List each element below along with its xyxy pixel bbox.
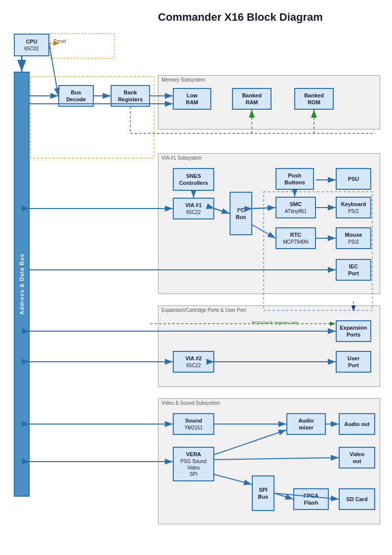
expansion-ports-block: ExpansionPorts: [336, 320, 371, 342]
rtc-block: RTC MCP7940N: [275, 227, 316, 249]
audio-mixer-block: Audiomixer: [286, 413, 326, 435]
bank-registers-label: BankRegisters: [118, 89, 143, 103]
audio-mixer-label: Audiomixer: [298, 417, 314, 431]
cpu-label: CPU: [26, 38, 37, 45]
keyboard-block: Keyboard PS/2: [336, 197, 371, 218]
banked-ram-block: BankedRAM: [232, 88, 272, 110]
banked-ram-label: BankedRAM: [242, 92, 262, 106]
push-buttons-block: PushButtons: [275, 168, 314, 190]
expansion-subsystem-label: Expansion/Cartridge Ports & User Port: [161, 307, 246, 313]
low-ram-block: LowRAM: [173, 88, 211, 110]
audio-out-block: Audio out: [339, 413, 375, 435]
via2-label: VIA #2: [185, 355, 201, 362]
via1-sub: 65C22: [186, 209, 200, 215]
video-out-label: Videoout: [350, 451, 364, 465]
expansion-ports-label: ExpansionPorts: [340, 324, 367, 339]
keyboard-label: Keyboard: [341, 201, 366, 208]
bus-label: Address & Data Bus: [19, 254, 25, 315]
memory-subsystem-label: Memory Subsystem: [161, 77, 205, 83]
video-sound-subsystem-label: Video & Sound Subsystem: [161, 400, 220, 406]
sound-label: Sound: [185, 417, 202, 424]
ic-bus-label: I²CBus: [236, 207, 246, 221]
via1-label: VIA #1: [185, 202, 201, 209]
vera-sub: PSG SoundVideoSPI: [181, 458, 207, 477]
iec-port-label: IECPort: [348, 263, 359, 277]
fpga-flash-block: FPGAFlash: [293, 488, 329, 510]
audio-out-label: Audio out: [344, 421, 369, 427]
banked-rom-block: BankedROM: [294, 88, 334, 110]
mouse-block: Mouse PS/2: [336, 227, 371, 249]
psu-block: PSU: [336, 168, 371, 190]
snes-controllers-block: SNESControllers: [173, 168, 214, 191]
user-port-label: UserPort: [348, 355, 359, 369]
spi-bus-label: SPIBus: [258, 486, 269, 501]
push-buttons-label: PushButtons: [284, 172, 305, 186]
svg-rect-8: [50, 34, 115, 58]
sd-card-block: SD Card: [339, 488, 375, 510]
mouse-sub: PS/2: [348, 239, 359, 245]
sd-card-label: SD Card: [346, 496, 367, 503]
low-ram-label: LowRAM: [186, 92, 198, 106]
smc-block: SMC ATtiny861: [275, 197, 316, 218]
svg-line-9: [49, 45, 58, 96]
expansion-subsystem: Expansion/Cartridge Ports & User Port: [158, 305, 380, 387]
sound-block: Sound YM2151: [173, 413, 214, 435]
bus-decode-label: BusDecode: [66, 89, 86, 103]
via2-sub: 65C22: [186, 362, 200, 369]
fpga-flash-label: FPGAFlash: [304, 492, 319, 507]
vera-label: VERA: [186, 451, 201, 458]
user-port-block: UserPort: [336, 351, 371, 373]
bank-registers-block: BankRegisters: [111, 85, 150, 107]
page-title: Commander X16 Block Diagram: [99, 11, 382, 24]
address-data-bus: Address & Data Bus: [14, 72, 30, 497]
rtc-sub: MCP7940N: [283, 239, 309, 245]
reset-label: Reset: [53, 39, 66, 44]
via1-block: VIA #1 65C22: [173, 198, 214, 219]
ic-bus-block: I²CBus: [230, 192, 252, 235]
rom-bank-note: ROM bank register only: [252, 320, 299, 325]
sound-sub: YM2151: [184, 425, 202, 431]
smc-sub: ATtiny861: [285, 208, 307, 214]
mouse-label: Mouse: [345, 231, 362, 238]
spi-bus-block: SPIBus: [252, 475, 274, 511]
bus-decode-block: BusDecode: [58, 85, 94, 107]
keyboard-sub: PS/2: [348, 208, 359, 214]
smc-label: SMC: [290, 201, 302, 208]
video-out-block: Videoout: [339, 447, 375, 469]
cpu-block: CPU 65C02: [14, 34, 49, 56]
via2-block: VIA #2 65C22: [173, 351, 214, 373]
iec-port-block: IECPort: [336, 259, 371, 281]
rtc-label: RTC: [290, 231, 302, 238]
psu-label: PSU: [348, 175, 359, 182]
banked-rom-label: BankedROM: [304, 92, 324, 106]
vera-block: VERA PSG SoundVideoSPI: [173, 447, 214, 481]
via1-subsystem-label: VIA #1 Subsystem: [161, 155, 202, 161]
snes-controllers-label: SNESControllers: [179, 172, 208, 187]
cpu-sublabel: 65C02: [24, 45, 39, 52]
